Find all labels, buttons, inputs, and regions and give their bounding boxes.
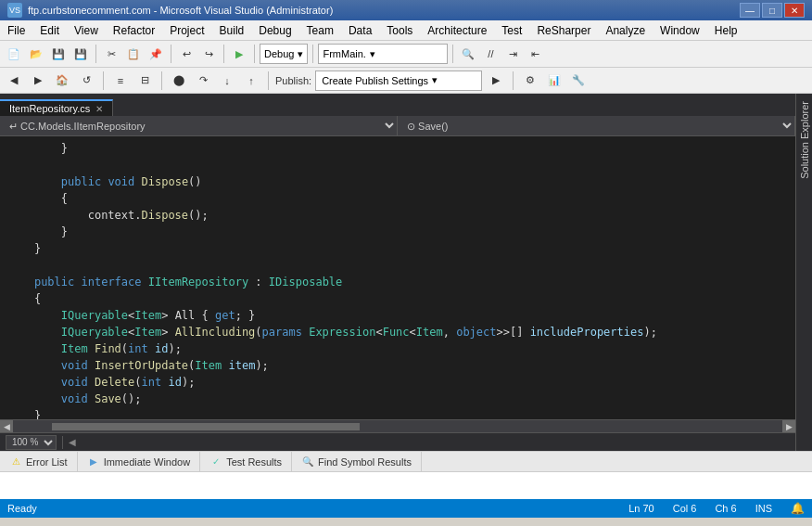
zoom-select[interactable]: 100 % 75 % 150 % — [6, 435, 57, 450]
chevron-down-icon-3: ▾ — [432, 74, 438, 86]
debug-config-dropdown[interactable]: Debug ▾ — [260, 44, 308, 64]
tb-refresh[interactable]: ↺ — [76, 71, 96, 91]
code-area: } public void Dispose() { context.Dispos… — [0, 136, 795, 419]
tb-nav-fwd[interactable]: ▶ — [28, 71, 48, 91]
find-symbol-label: Find Symbol Results — [318, 456, 412, 468]
find-symbol-icon: 🔍 — [301, 455, 314, 468]
immediate-window-label: Immediate Window — [104, 456, 191, 468]
class-dropdown[interactable]: ↵ CC.Models.IItemRepository — [0, 116, 398, 135]
maximize-button[interactable]: □ — [762, 3, 782, 18]
menu-team[interactable]: Team — [299, 20, 341, 40]
tab-test-results[interactable]: ✓ Test Results — [200, 452, 292, 471]
tb-home[interactable]: 🏠 — [52, 71, 72, 91]
menu-refactor[interactable]: Refactor — [106, 20, 162, 40]
status-col: Col 6 — [673, 503, 697, 514]
scroll-thumb[interactable] — [52, 423, 360, 430]
tab-error-list[interactable]: ⚠ Error List — [0, 452, 78, 471]
status-notifications-icon[interactable]: 🔔 — [791, 502, 805, 515]
tab-immediate-window[interactable]: ▶ Immediate Window — [78, 452, 201, 471]
tb-find[interactable]: 🔍 — [458, 44, 478, 64]
tb-comment[interactable]: // — [480, 44, 501, 64]
solution-explorer-sidebar: Solution Explorer — [795, 94, 812, 451]
menu-debug[interactable]: Debug — [251, 20, 298, 40]
code-editor[interactable]: } public void Dispose() { context.Dispos… — [0, 136, 795, 419]
member-dropdown[interactable]: ⊙ Save() — [398, 116, 795, 135]
editor-tabs: ItemRepository.cs ✕ — [0, 94, 795, 116]
tb-extra3[interactable]: 🔧 — [568, 71, 589, 91]
publish-settings-dropdown[interactable]: Create Publish Settings ▾ — [315, 71, 482, 91]
publish-settings-value: Create Publish Settings — [322, 75, 428, 86]
pub-sep-4 — [513, 71, 514, 90]
menu-edit[interactable]: Edit — [32, 20, 67, 40]
zoom-sep — [62, 436, 63, 449]
tb-start[interactable]: ▶ — [229, 44, 249, 64]
debug-config-value: Debug — [264, 48, 294, 59]
menu-view[interactable]: View — [67, 20, 106, 40]
sep-2 — [171, 45, 171, 63]
tb-redo[interactable]: ↪ — [198, 44, 219, 64]
window-title: ftp.curbstonecomment.com - Microsoft Vis… — [28, 5, 333, 16]
minimize-button[interactable]: — — [740, 3, 760, 18]
tb-save[interactable]: 💾 — [48, 44, 69, 64]
bottom-tabs: ⚠ Error List ▶ Immediate Window ✓ Test R… — [0, 452, 812, 472]
menu-analyze[interactable]: Analyze — [598, 20, 653, 40]
menu-architecture[interactable]: Architecture — [420, 20, 494, 40]
tb-outdent[interactable]: ⇤ — [525, 44, 545, 64]
pub-sep-1 — [103, 71, 104, 90]
menu-build[interactable]: Build — [212, 20, 252, 40]
tb-nav-back[interactable]: ◀ — [4, 71, 24, 91]
tb-extra1[interactable]: ⚙ — [520, 71, 540, 91]
solution-explorer-label[interactable]: Solution Explorer — [797, 94, 812, 186]
sep-4 — [254, 45, 255, 63]
menu-help[interactable]: Help — [707, 20, 745, 40]
tb-breakpoint[interactable]: ⬤ — [169, 71, 189, 91]
close-button[interactable]: ✕ — [784, 3, 805, 18]
menu-project[interactable]: Project — [162, 20, 211, 40]
tb-publish-go[interactable]: ▶ — [486, 71, 506, 91]
error-list-label: Error List — [26, 456, 68, 468]
app-icon: VS — [7, 3, 22, 18]
menu-file[interactable]: File — [0, 20, 32, 40]
menu-test[interactable]: Test — [494, 20, 529, 40]
tb-format[interactable]: ⊟ — [134, 71, 155, 91]
pub-sep-3 — [268, 71, 269, 90]
horizontal-scrollbar[interactable]: ◀ ▶ — [0, 419, 795, 432]
chevron-down-icon: ▾ — [298, 48, 303, 60]
platform-dropdown[interactable]: FrmMain. ▾ — [318, 44, 448, 64]
status-ch: Ch 6 — [715, 503, 736, 514]
tab-filename: ItemRepository.cs — [9, 103, 90, 114]
menu-bar: File Edit View Refactor Project Build De… — [0, 20, 812, 41]
tb-extra2[interactable]: 📊 — [544, 71, 565, 91]
tb-copy[interactable]: 📋 — [123, 44, 144, 64]
tb-paste[interactable]: 📌 — [146, 44, 166, 64]
zoom-bar: 100 % 75 % 150 % ◀ — [0, 432, 795, 451]
tb-indent[interactable]: ⇥ — [502, 44, 523, 64]
menu-window[interactable]: Window — [653, 20, 707, 40]
scroll-track — [13, 423, 782, 430]
scroll-left-btn[interactable]: ◀ — [0, 420, 13, 433]
menu-data[interactable]: Data — [341, 20, 379, 40]
publish-bar: ◀ ▶ 🏠 ↺ ≡ ⊟ ⬤ ↷ ↓ ↑ Publish: Create Publ… — [0, 68, 812, 94]
tb-open[interactable]: 📂 — [26, 44, 46, 64]
code-nav: ↵ CC.Models.IItemRepository ⊙ Save() — [0, 116, 795, 136]
tb-saveall[interactable]: 💾 — [70, 44, 91, 64]
test-results-label: Test Results — [226, 456, 282, 468]
tab-close-icon[interactable]: ✕ — [95, 104, 103, 114]
menu-tools[interactable]: Tools — [379, 20, 420, 40]
menu-resharper[interactable]: ReSharper — [529, 20, 598, 40]
tb-step-over[interactable]: ↷ — [193, 71, 213, 91]
tab-find-symbol[interactable]: 🔍 Find Symbol Results — [292, 452, 422, 471]
error-list-icon: ⚠ — [9, 455, 22, 468]
toolbar-row-1: 📄 📂 💾 💾 ✂ 📋 📌 ↩ ↪ ▶ Debug ▾ FrmMain. ▾ 🔍… — [0, 41, 812, 68]
editor-tab-itemrepository[interactable]: ItemRepository.cs ✕ — [0, 99, 113, 116]
editor-container: ItemRepository.cs ✕ ↵ CC.Models.IItemRep… — [0, 94, 795, 451]
tb-undo[interactable]: ↩ — [176, 44, 197, 64]
scroll-right-btn[interactable]: ▶ — [782, 420, 795, 433]
tb-align-left[interactable]: ≡ — [110, 71, 131, 91]
tb-step-out[interactable]: ↑ — [241, 71, 261, 91]
immediate-window-icon: ▶ — [87, 455, 100, 468]
tb-cut[interactable]: ✂ — [101, 44, 121, 64]
tb-step-in[interactable]: ↓ — [217, 71, 237, 91]
platform-value: FrmMain. — [323, 48, 365, 59]
tb-new[interactable]: 📄 — [4, 44, 24, 64]
